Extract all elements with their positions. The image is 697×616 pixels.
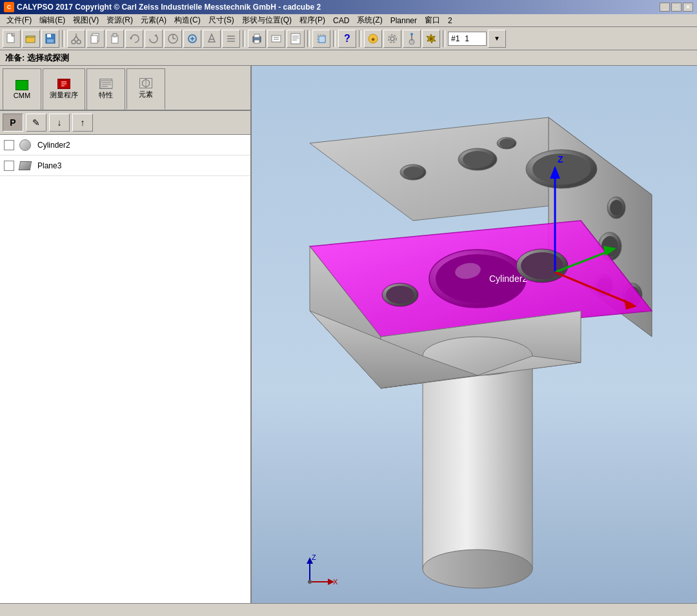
menu-system[interactable]: 系统(Z) [353, 14, 386, 26]
svg-rect-86 [423, 356, 532, 569]
minimize-button[interactable]: _ [660, 3, 670, 12]
prop-icon [99, 79, 112, 89]
feature-list: Cylinder2 Plane3 [0, 135, 250, 603]
toolbar-btn-undo[interactable] [125, 30, 143, 48]
svg-point-81 [386, 286, 414, 304]
svg-point-67 [500, 139, 514, 148]
left-panel: CMM 测量程序 特性 元素 [0, 66, 252, 603]
menu-window[interactable]: 窗口 [421, 14, 444, 26]
menu-edit[interactable]: 编辑(E) [35, 14, 69, 26]
menu-elements[interactable]: 元素(A) [137, 14, 170, 26]
svg-point-63 [463, 151, 492, 168]
toolbar-btn-cut[interactable] [67, 30, 85, 48]
toolbar-btn-cmm[interactable] [403, 30, 421, 48]
viewport: X = -92.0000 Y = 0.0000 Z = -64.0000 [252, 66, 697, 603]
toolbar-btn-1[interactable] [3, 30, 21, 48]
svg-point-83 [521, 252, 563, 279]
svg-rect-28 [254, 34, 259, 37]
toolbar-btn-print2[interactable] [267, 30, 285, 48]
toolbar-btn-7[interactable] [203, 30, 221, 48]
menu-view[interactable]: 视图(V) [69, 14, 103, 26]
toolbar-btn-copy[interactable] [86, 30, 105, 48]
elem-icon [139, 78, 152, 88]
window-title: CALYPSO 2017 Copyright © Carl Zeiss Indu… [17, 3, 660, 12]
status-bar: 准备: 选择或探测 [0, 50, 697, 66]
toolbar-btn-gear[interactable] [383, 30, 401, 48]
tab-measure[interactable]: 测量程序 [43, 68, 85, 110]
svg-point-42 [389, 35, 396, 43]
svg-rect-13 [113, 34, 117, 37]
cylinder-icon [18, 138, 32, 152]
menu-dimensions[interactable]: 尺寸(S) [205, 14, 238, 26]
menu-construct[interactable]: 构造(C) [170, 14, 205, 26]
svg-rect-38 [319, 36, 325, 43]
toolbar-btn-copy2[interactable] [312, 30, 330, 48]
tab-cmm-label: CMM [14, 92, 30, 99]
app-icon: C [4, 2, 14, 12]
feature-checkbox-cylinder2[interactable] [4, 140, 14, 150]
window-controls[interactable]: _ □ ✕ [660, 3, 693, 12]
tab-prop[interactable]: 特性 [86, 68, 125, 110]
list-item[interactable]: Cylinder2 [0, 135, 250, 155]
menu-planner[interactable]: Planner [387, 15, 421, 26]
svg-rect-11 [91, 35, 97, 43]
close-button[interactable]: ✕ [683, 3, 693, 12]
main-content: CMM 测量程序 特性 元素 [0, 66, 697, 603]
toolbar-dropdown-arrow[interactable]: ▼ [488, 30, 506, 48]
toolbar-btn-doc[interactable] [287, 30, 305, 48]
cmm-icon [15, 80, 28, 90]
move-up-button[interactable]: ↑ [72, 114, 93, 132]
toolbar-btn-rotate[interactable] [145, 30, 163, 48]
status-text: 准备: 选择或探测 [5, 52, 69, 64]
toolbar-btn-3[interactable] [41, 30, 59, 48]
toolbar-btn-align[interactable] [222, 30, 240, 48]
bottom-bar [0, 603, 697, 616]
menu-bar: 文件(F) 编辑(E) 视图(V) 资源(R) 元素(A) 构造(C) 尺寸(S… [0, 14, 697, 27]
svg-point-75 [610, 200, 623, 215]
toolbar-btn-5[interactable] [164, 30, 182, 48]
toolbar-btn-6[interactable] [183, 30, 201, 48]
tab-measure-label: 测量程序 [50, 90, 78, 100]
maximize-button[interactable]: □ [671, 3, 682, 12]
menu-cad[interactable]: CAD [329, 15, 353, 26]
svg-point-6 [77, 40, 81, 44]
svg-rect-4 [47, 39, 54, 43]
toolbar-dropdown[interactable]: #1 1 [448, 32, 487, 46]
menu-resources[interactable]: 资源(R) [103, 14, 137, 26]
menu-file[interactable]: 文件(F) [3, 14, 35, 26]
toolbar-btn-yellow[interactable]: ★ [364, 30, 382, 48]
title-bar: C CALYPSO 2017 Copyright © Carl Zeiss In… [0, 0, 697, 14]
feature-name-plane3: Plane3 [37, 161, 61, 170]
svg-rect-29 [254, 40, 259, 43]
toolbar-btn-print[interactable] [248, 30, 266, 48]
svg-text:Z: Z [312, 553, 316, 561]
toolbar-separator-6 [443, 30, 445, 47]
feature-checkbox-plane3[interactable] [4, 161, 14, 171]
menu-program[interactable]: 程序(P) [296, 14, 329, 26]
p-button[interactable]: P [3, 114, 23, 132]
move-down-button[interactable]: ↓ [49, 114, 70, 132]
plane-icon [18, 159, 32, 173]
svg-point-104 [308, 580, 312, 584]
toolbar-btn-2[interactable] [22, 30, 40, 48]
measure-icon [57, 79, 70, 89]
svg-marker-22 [208, 34, 215, 42]
tab-cmm[interactable]: CMM [3, 68, 41, 110]
svg-point-65 [403, 166, 423, 178]
svg-point-45 [410, 33, 413, 35]
toolbar-btn-settings[interactable] [422, 30, 440, 48]
list-item[interactable]: Plane3 [0, 155, 250, 176]
tab-bar: CMM 测量程序 特性 元素 [0, 66, 250, 111]
menu-shape-position[interactable]: 形状与位置(Q) [238, 14, 296, 26]
toolbar-btn-paste[interactable] [106, 30, 124, 48]
edit-button[interactable]: ✎ [26, 114, 46, 132]
viewport-svg: Plane3 Cylinder2 [252, 66, 697, 603]
toolbar-btn-help[interactable]: ? [338, 30, 356, 48]
svg-point-88 [423, 550, 532, 588]
tab-elem-label: 元素 [139, 90, 153, 99]
tab-elem[interactable]: 元素 [126, 68, 165, 110]
svg-point-46 [430, 37, 433, 40]
menu-2[interactable]: 2 [444, 15, 456, 26]
svg-rect-30 [272, 35, 281, 42]
tab-prop-label: 特性 [99, 90, 113, 100]
